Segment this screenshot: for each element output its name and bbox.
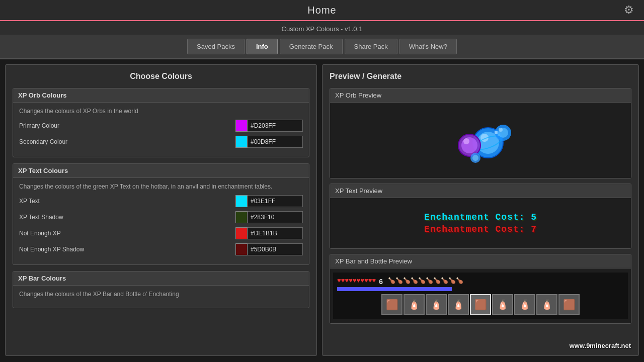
hotbar-slot-7: 🧴 [514,294,535,315]
secondary-colour-input[interactable] [248,136,303,148]
heart-1: ♥ [337,277,341,284]
xp-bar-preview-area: ♥ ♥ ♥ ♥ ♥ ♥ ♥ ♥ ♥ ♥ 6 [333,273,628,319]
hunger-4: 🍗 [411,277,418,284]
hotbar-slot-6: 🧴 [492,294,513,315]
svg-point-6 [461,137,477,153]
xp-orb-header: XP Orb Colours [13,88,309,103]
hunger-1: 🍗 [388,277,395,284]
svg-rect-14 [495,131,498,134]
hotbar-slot-3: 🧴 [426,294,447,315]
xp-orb-section: XP Orb Colours Changes the colours of XP… [13,88,309,157]
tab-saved-packs[interactable]: Saved Packs [187,39,245,54]
hunger-6: 🍗 [426,277,433,284]
slot-4-icon: 🧴 [453,299,464,310]
hunger-2: 🍗 [395,277,403,284]
xp-orb-body: Changes the colours of XP Orbs in the wo… [13,103,309,157]
xp-text-preview-body: Enchantment Cost: 5 Enchantment Cost: 7 [330,198,631,248]
slot-2-icon: 🧴 [409,299,420,310]
xp-bar-container [337,287,624,291]
svg-rect-15 [498,134,500,136]
xp-text-shadow-input[interactable] [248,211,303,223]
heart-4: ♥ [349,277,353,284]
primary-colour-label: Primary Colour [19,122,235,129]
slot-6-icon: 🧴 [497,299,508,310]
heart-2: ♥ [341,277,345,284]
xp-level: 6 [379,278,383,286]
primary-colour-input[interactable] [248,120,303,132]
xp-text-shadow-row: XP Text Shadow [19,211,303,223]
heart-7: ♥ [360,277,364,284]
hotbar-slot-8: 🧴 [536,294,557,315]
hunger-3: 🍗 [403,277,411,284]
tab-whats-new[interactable]: What's New? [399,39,457,54]
not-enough-xp-swatch[interactable] [235,227,248,239]
xp-bar-preview-box: XP Bar and Bottle Preview ♥ ♥ ♥ ♥ ♥ ♥ ♥ [330,254,631,324]
xp-bar-preview-header: XP Bar and Bottle Preview [330,254,631,268]
xp-text-swatch[interactable] [235,195,248,207]
secondary-colour-swatch[interactable] [235,136,248,148]
slot-9-icon: 🟫 [563,299,576,311]
secondary-colour-label: Secondary Colour [19,138,235,145]
not-enough-xp-row: Not Enough XP [19,227,303,239]
not-enough-xp-label: Not Enough XP [19,230,235,237]
xp-orb-preview-area [335,108,626,173]
heart-9: ♥ [368,277,372,284]
xp-text-header: XP Text Colours [13,164,309,178]
svg-point-13 [472,155,478,161]
top-bar: Home ⚙ [0,0,644,21]
subtitle-bar: Custom XP Colours - v1.0.1 [0,21,644,35]
xp-text-row: XP Text [19,195,303,207]
primary-colour-row: Primary Colour [19,120,303,132]
xp-text-input[interactable] [248,195,303,207]
hunger-9: 🍗 [448,277,456,284]
right-panel: Preview / Generate XP Orb Preview [322,64,639,356]
slot-7-icon: 🧴 [519,299,530,310]
not-enough-xp-shadow-input[interactable] [248,243,303,255]
hunger-7: 🍗 [433,277,441,284]
xp-text-line-2: Enchantment Cost: 7 [424,224,537,234]
xp-bar-section: XP Bar Colours Changes the colours of th… [13,271,309,308]
xp-orb-preview-body [330,103,631,178]
xp-text-line-1: Enchantment Cost: 5 [424,212,537,222]
slot-1-icon: 🟫 [386,299,398,311]
svg-point-11 [499,128,503,132]
xp-text-label: XP Text [19,198,235,205]
svg-point-7 [463,138,469,144]
xp-bar-desc: Changes the colours of the XP Bar and Bo… [19,291,303,298]
xp-text-shadow-input-group [235,211,303,223]
watermark: www.9minecraft.net [570,342,631,349]
hearts-row: ♥ ♥ ♥ ♥ ♥ ♥ ♥ ♥ ♥ ♥ [337,277,376,284]
hotbar-slot-9: 🟫 [558,294,580,315]
settings-button[interactable]: ⚙ [624,4,634,17]
hunger-10: 🍗 [456,277,463,284]
xp-text-body: Changes the colours of the green XP Text… [13,178,309,264]
primary-colour-swatch[interactable] [235,120,248,132]
xp-text-preview-header: XP Text Preview [330,184,631,198]
heart-8: ♥ [364,277,368,284]
hotbar-slot-1: 🟫 [381,294,403,315]
xp-text-shadow-swatch[interactable] [235,211,248,223]
tab-share-pack[interactable]: Share Pack [345,39,397,54]
xp-bar-body: Changes the colours of the XP Bar and Bo… [13,286,309,308]
not-enough-xp-shadow-label: Not Enough XP Shadow [19,246,235,253]
hunger-8: 🍗 [441,277,448,284]
not-enough-xp-shadow-input-group [235,243,303,255]
main-content: Choose Colours XP Orb Colours Changes th… [0,59,644,361]
not-enough-xp-shadow-swatch[interactable] [235,243,248,255]
heart-10: ♥ [372,277,376,284]
hotbar-slot-4: 🧴 [448,294,469,315]
xp-text-preview-box: XP Text Preview Enchantment Cost: 5 Ench… [330,184,631,249]
xp-bar-preview-body: ♥ ♥ ♥ ♥ ♥ ♥ ♥ ♥ ♥ ♥ 6 [330,268,631,323]
settings-icon: ⚙ [624,4,634,16]
slot-8-icon: 🧴 [541,299,552,310]
slot-3-icon: 🧴 [431,299,442,310]
primary-colour-input-group [235,120,303,132]
not-enough-xp-input-group [235,227,303,239]
tab-generate-pack[interactable]: Generate Pack [280,39,343,54]
tab-info[interactable]: Info [247,39,278,54]
hotbar-slot-5: 🟫 [470,294,491,315]
xp-text-shadow-label: XP Text Shadow [19,214,235,221]
not-enough-xp-input[interactable] [248,227,303,239]
xp-text-preview-area: Enchantment Cost: 5 Enchantment Cost: 7 [335,203,626,243]
hunger-row: 🍗 🍗 🍗 🍗 🍗 🍗 🍗 🍗 🍗 🍗 [388,277,463,284]
